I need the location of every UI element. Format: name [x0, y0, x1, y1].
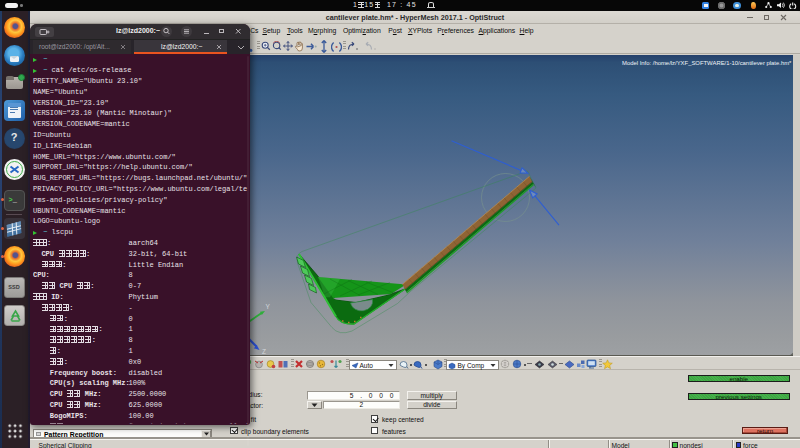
svg-text:Y: Y [266, 303, 271, 310]
svg-text:Z: Z [262, 348, 266, 355]
svg-text:Model Info: /home/lz/YXF_SOFTW: Model Info: /home/lz/YXF_SOFTWARE/1-10/c… [622, 60, 792, 66]
